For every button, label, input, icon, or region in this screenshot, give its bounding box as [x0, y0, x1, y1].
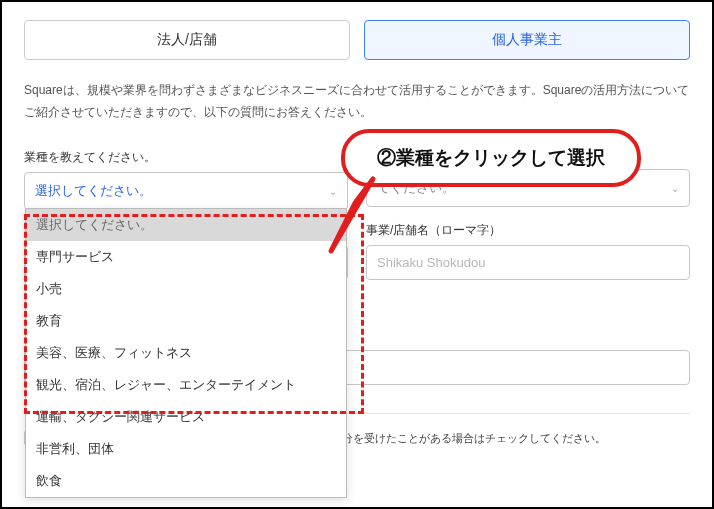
dropdown-option[interactable]: 観光、宿泊、レジャー、エンターテイメント [26, 369, 346, 401]
industry-select[interactable]: 選択してください。 ⌄ 選択してください。 専門サービス 小売 教育 美容、医療… [24, 172, 348, 210]
name-roman-input[interactable] [366, 245, 690, 280]
dropdown-option[interactable]: 飲食 [26, 465, 346, 497]
tab-individual[interactable]: 個人事業主 [364, 20, 690, 60]
dropdown-option[interactable]: 教育 [26, 305, 346, 337]
dropdown-option[interactable]: 美容、医療、フィットネス [26, 337, 346, 369]
instruction-callout-text: ②業種をクリックして選択 [377, 147, 605, 168]
industry-select-value: 選択してください。 [35, 183, 152, 198]
dropdown-option[interactable]: 運輸、タクシー関連サービス [26, 401, 346, 433]
callout-tail-icon [329, 175, 389, 255]
name-roman-label: 事業/店舗名（ローマ字） [366, 222, 690, 239]
tab-corporate[interactable]: 法人/店舗 [24, 20, 350, 60]
dropdown-option[interactable]: 非営利、団体 [26, 433, 346, 465]
industry-label: 業種を教えてください。 [24, 149, 348, 166]
dropdown-option[interactable]: 選択してください。 [26, 209, 346, 241]
chevron-down-icon: ⌄ [671, 183, 679, 194]
industry-dropdown: 選択してください。 専門サービス 小売 教育 美容、医療、フィットネス 観光、宿… [25, 208, 347, 498]
instruction-callout: ②業種をクリックして選択 [341, 129, 641, 187]
dropdown-option[interactable]: 専門サービス [26, 241, 346, 273]
intro-text: Squareは、規模や業界を問わずさまざまなビジネスニーズに合わせて活用すること… [24, 80, 690, 123]
dropdown-option[interactable]: 小売 [26, 273, 346, 305]
